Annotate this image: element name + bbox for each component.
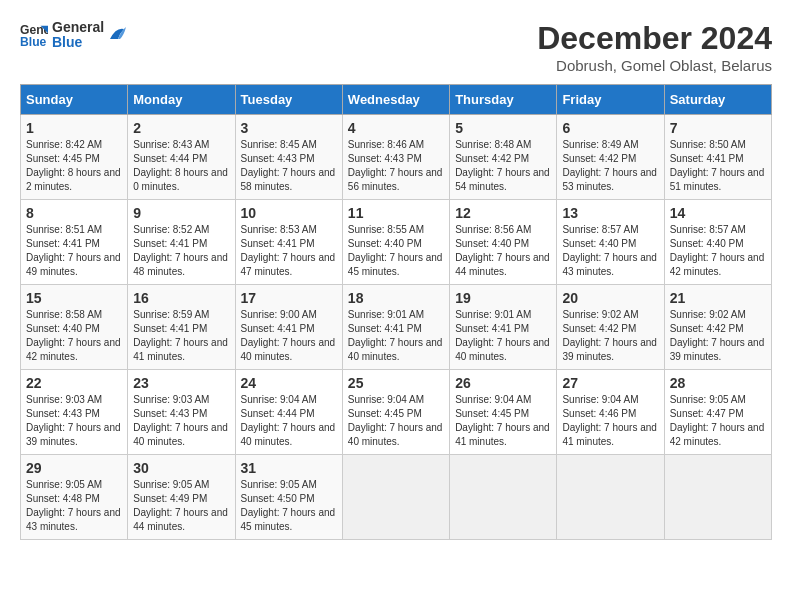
day-number-17: 17 <box>241 290 337 306</box>
empty-cell-w5-1 <box>342 455 449 540</box>
sunrise-15: Sunrise: 8:58 AM <box>26 309 102 320</box>
daylight-22: Daylight: 7 hours and 39 minutes. <box>26 422 121 447</box>
day-info-16: Sunrise: 8:59 AM Sunset: 4:41 PM Dayligh… <box>133 309 228 362</box>
daylight-13: Daylight: 7 hours and 43 minutes. <box>562 252 657 277</box>
sunset-22: Sunset: 4:43 PM <box>26 408 100 419</box>
day-info-30: Sunrise: 9:05 AM Sunset: 4:49 PM Dayligh… <box>133 479 228 532</box>
sunrise-18: Sunrise: 9:01 AM <box>348 309 424 320</box>
sunset-29: Sunset: 4:48 PM <box>26 493 100 504</box>
sunrise-11: Sunrise: 8:55 AM <box>348 224 424 235</box>
day-cell-10: 10 Sunrise: 8:53 AM Sunset: 4:41 PM Dayl… <box>235 200 342 285</box>
day-info-3: Sunrise: 8:45 AM Sunset: 4:43 PM Dayligh… <box>241 139 336 192</box>
day-number-30: 30 <box>133 460 229 476</box>
day-info-22: Sunrise: 9:03 AM Sunset: 4:43 PM Dayligh… <box>26 394 121 447</box>
day-info-29: Sunrise: 9:05 AM Sunset: 4:48 PM Dayligh… <box>26 479 121 532</box>
day-cell-9: 9 Sunrise: 8:52 AM Sunset: 4:41 PM Dayli… <box>128 200 235 285</box>
day-info-17: Sunrise: 9:00 AM Sunset: 4:41 PM Dayligh… <box>241 309 336 362</box>
daylight-27: Daylight: 7 hours and 41 minutes. <box>562 422 657 447</box>
day-number-13: 13 <box>562 205 658 221</box>
sunrise-2: Sunrise: 8:43 AM <box>133 139 209 150</box>
day-cell-31: 31 Sunrise: 9:05 AM Sunset: 4:50 PM Dayl… <box>235 455 342 540</box>
daylight-31: Daylight: 7 hours and 45 minutes. <box>241 507 336 532</box>
day-number-7: 7 <box>670 120 766 136</box>
sunset-20: Sunset: 4:42 PM <box>562 323 636 334</box>
logo-blue: Blue <box>52 35 104 50</box>
sunset-10: Sunset: 4:41 PM <box>241 238 315 249</box>
day-info-24: Sunrise: 9:04 AM Sunset: 4:44 PM Dayligh… <box>241 394 336 447</box>
day-number-24: 24 <box>241 375 337 391</box>
sunset-9: Sunset: 4:41 PM <box>133 238 207 249</box>
empty-cell-w5-4 <box>664 455 771 540</box>
day-number-20: 20 <box>562 290 658 306</box>
day-info-23: Sunrise: 9:03 AM Sunset: 4:43 PM Dayligh… <box>133 394 228 447</box>
day-number-15: 15 <box>26 290 122 306</box>
subtitle: Dobrush, Gomel Oblast, Belarus <box>537 57 772 74</box>
day-cell-28: 28 Sunrise: 9:05 AM Sunset: 4:47 PM Dayl… <box>664 370 771 455</box>
day-number-22: 22 <box>26 375 122 391</box>
header-thursday: Thursday <box>450 85 557 115</box>
day-number-1: 1 <box>26 120 122 136</box>
sunrise-16: Sunrise: 8:59 AM <box>133 309 209 320</box>
day-info-10: Sunrise: 8:53 AM Sunset: 4:41 PM Dayligh… <box>241 224 336 277</box>
day-info-18: Sunrise: 9:01 AM Sunset: 4:41 PM Dayligh… <box>348 309 443 362</box>
day-number-23: 23 <box>133 375 229 391</box>
sunset-19: Sunset: 4:41 PM <box>455 323 529 334</box>
day-cell-27: 27 Sunrise: 9:04 AM Sunset: 4:46 PM Dayl… <box>557 370 664 455</box>
day-cell-7: 7 Sunrise: 8:50 AM Sunset: 4:41 PM Dayli… <box>664 115 771 200</box>
day-cell-12: 12 Sunrise: 8:56 AM Sunset: 4:40 PM Dayl… <box>450 200 557 285</box>
daylight-24: Daylight: 7 hours and 40 minutes. <box>241 422 336 447</box>
daylight-18: Daylight: 7 hours and 40 minutes. <box>348 337 443 362</box>
logo-bird-icon <box>108 25 126 45</box>
sunset-6: Sunset: 4:42 PM <box>562 153 636 164</box>
empty-cell-w5-2 <box>450 455 557 540</box>
day-info-13: Sunrise: 8:57 AM Sunset: 4:40 PM Dayligh… <box>562 224 657 277</box>
day-info-14: Sunrise: 8:57 AM Sunset: 4:40 PM Dayligh… <box>670 224 765 277</box>
day-info-31: Sunrise: 9:05 AM Sunset: 4:50 PM Dayligh… <box>241 479 336 532</box>
sunrise-14: Sunrise: 8:57 AM <box>670 224 746 235</box>
daylight-11: Daylight: 7 hours and 45 minutes. <box>348 252 443 277</box>
day-info-5: Sunrise: 8:48 AM Sunset: 4:42 PM Dayligh… <box>455 139 550 192</box>
daylight-23: Daylight: 7 hours and 40 minutes. <box>133 422 228 447</box>
day-cell-4: 4 Sunrise: 8:46 AM Sunset: 4:43 PM Dayli… <box>342 115 449 200</box>
week-row-4: 22 Sunrise: 9:03 AM Sunset: 4:43 PM Dayl… <box>21 370 772 455</box>
daylight-25: Daylight: 7 hours and 40 minutes. <box>348 422 443 447</box>
day-number-11: 11 <box>348 205 444 221</box>
day-info-15: Sunrise: 8:58 AM Sunset: 4:40 PM Dayligh… <box>26 309 121 362</box>
daylight-30: Daylight: 7 hours and 44 minutes. <box>133 507 228 532</box>
day-cell-17: 17 Sunrise: 9:00 AM Sunset: 4:41 PM Dayl… <box>235 285 342 370</box>
day-number-25: 25 <box>348 375 444 391</box>
sunset-2: Sunset: 4:44 PM <box>133 153 207 164</box>
day-info-9: Sunrise: 8:52 AM Sunset: 4:41 PM Dayligh… <box>133 224 228 277</box>
day-info-12: Sunrise: 8:56 AM Sunset: 4:40 PM Dayligh… <box>455 224 550 277</box>
sunrise-7: Sunrise: 8:50 AM <box>670 139 746 150</box>
sunrise-27: Sunrise: 9:04 AM <box>562 394 638 405</box>
day-cell-15: 15 Sunrise: 8:58 AM Sunset: 4:40 PM Dayl… <box>21 285 128 370</box>
day-number-31: 31 <box>241 460 337 476</box>
day-number-3: 3 <box>241 120 337 136</box>
week-row-3: 15 Sunrise: 8:58 AM Sunset: 4:40 PM Dayl… <box>21 285 772 370</box>
day-number-21: 21 <box>670 290 766 306</box>
day-cell-19: 19 Sunrise: 9:01 AM Sunset: 4:41 PM Dayl… <box>450 285 557 370</box>
sunrise-31: Sunrise: 9:05 AM <box>241 479 317 490</box>
day-number-14: 14 <box>670 205 766 221</box>
sunrise-8: Sunrise: 8:51 AM <box>26 224 102 235</box>
sunrise-29: Sunrise: 9:05 AM <box>26 479 102 490</box>
day-number-10: 10 <box>241 205 337 221</box>
day-cell-14: 14 Sunrise: 8:57 AM Sunset: 4:40 PM Dayl… <box>664 200 771 285</box>
daylight-12: Daylight: 7 hours and 44 minutes. <box>455 252 550 277</box>
week-row-2: 8 Sunrise: 8:51 AM Sunset: 4:41 PM Dayli… <box>21 200 772 285</box>
sunrise-6: Sunrise: 8:49 AM <box>562 139 638 150</box>
sunset-23: Sunset: 4:43 PM <box>133 408 207 419</box>
sunset-30: Sunset: 4:49 PM <box>133 493 207 504</box>
day-cell-18: 18 Sunrise: 9:01 AM Sunset: 4:41 PM Dayl… <box>342 285 449 370</box>
daylight-21: Daylight: 7 hours and 39 minutes. <box>670 337 765 362</box>
sunset-12: Sunset: 4:40 PM <box>455 238 529 249</box>
sunrise-23: Sunrise: 9:03 AM <box>133 394 209 405</box>
sunset-5: Sunset: 4:42 PM <box>455 153 529 164</box>
sunrise-1: Sunrise: 8:42 AM <box>26 139 102 150</box>
day-info-25: Sunrise: 9:04 AM Sunset: 4:45 PM Dayligh… <box>348 394 443 447</box>
week-row-1: 1 Sunrise: 8:42 AM Sunset: 4:45 PM Dayli… <box>21 115 772 200</box>
sunset-24: Sunset: 4:44 PM <box>241 408 315 419</box>
day-cell-21: 21 Sunrise: 9:02 AM Sunset: 4:42 PM Dayl… <box>664 285 771 370</box>
day-info-2: Sunrise: 8:43 AM Sunset: 4:44 PM Dayligh… <box>133 139 228 192</box>
